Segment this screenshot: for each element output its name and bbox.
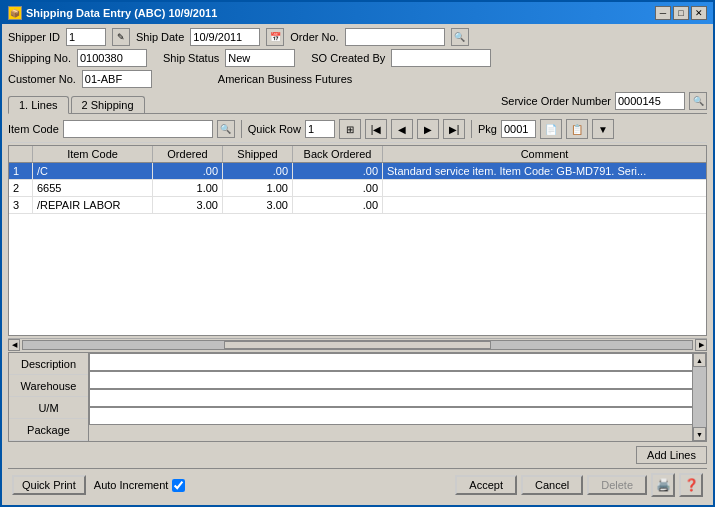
nav-prev-btn[interactable]: ◀ [391,119,413,139]
auto-increment-area: Auto Increment [94,479,186,492]
pkg-btn-3[interactable]: ▼ [592,119,614,139]
col-back-ordered: Back Ordered [293,146,383,162]
pkg-btn-1[interactable]: 📄 [540,119,562,139]
footer-right: Accept Cancel Delete 🖨️ ❓ [455,473,703,497]
cell-item-code: 6655 [33,180,153,196]
detail-um-input[interactable] [89,389,706,407]
so-created-label: SO Created By [311,52,385,64]
cell-shipped: 1.00 [223,180,293,196]
detail-values: ▲ ▼ [89,353,706,441]
detail-label-3: Package [9,419,88,441]
help-icon-btn[interactable]: ❓ [679,473,703,497]
detail-warehouse-input[interactable] [89,371,706,389]
nav-next-btn[interactable]: ▶ [417,119,439,139]
detail-label-0: Description [9,353,88,375]
footer-area: Quick Print Auto Increment Accept Cancel… [8,468,707,501]
quick-row-label: Quick Row [248,123,301,135]
ship-date-label: Ship Date [136,31,184,43]
cell-shipped: 3.00 [223,197,293,213]
scroll-left-btn[interactable]: ◀ [8,339,20,351]
table-row[interactable]: 2 6655 1.00 1.00 .00 [9,180,706,197]
cell-item-code: /REPAIR LABOR [33,197,153,213]
header-row-2: Shipping No. Ship Status SO Created By [8,49,707,67]
auto-increment-label: Auto Increment [94,479,169,491]
ship-status-label: Ship Status [163,52,219,64]
order-no-input[interactable] [345,28,445,46]
so-created-input[interactable] [391,49,491,67]
service-order-search-btn[interactable]: 🔍 [689,92,707,110]
delete-button[interactable]: Delete [587,475,647,495]
quick-row-btn[interactable]: ⊞ [339,119,361,139]
cell-comment [383,180,706,196]
separator-1 [241,120,242,138]
detail-scrollbar: ▲ ▼ [692,353,706,441]
horizontal-scrollbar: ◀ ▶ [8,338,707,350]
cancel-button[interactable]: Cancel [521,475,583,495]
ship-date-input[interactable] [190,28,260,46]
cell-num: 3 [9,197,33,213]
tab-lines[interactable]: 1. Lines [8,96,69,114]
detail-label-1: Warehouse [9,375,88,397]
order-no-search-btn[interactable]: 🔍 [451,28,469,46]
quick-print-button[interactable]: Quick Print [12,475,86,495]
auto-increment-checkbox[interactable] [172,479,185,492]
scroll-right-btn[interactable]: ▶ [695,339,707,351]
item-code-search-btn[interactable]: 🔍 [217,120,235,138]
content-area: Shipper ID ✎ Ship Date 📅 Order No. 🔍 Shi… [2,24,713,505]
item-code-input[interactable] [63,120,213,138]
calendar-icon[interactable]: 📅 [266,28,284,46]
cell-back-ordered: .00 [293,197,383,213]
print-icon-btn[interactable]: 🖨️ [651,473,675,497]
table-row[interactable]: 1 /C .00 .00 .00 Standard service item. … [9,163,706,180]
add-lines-button[interactable]: Add Lines [636,446,707,464]
cell-back-ordered: .00 [293,163,383,179]
shipper-id-edit-btn[interactable]: ✎ [112,28,130,46]
tab-area: 1. Lines 2 Shipping Service Order Number… [8,92,707,114]
data-table: Item Code Ordered Shipped Back Ordered C… [8,145,707,336]
scroll-thumb[interactable] [224,341,492,349]
nav-last-btn[interactable]: ▶| [443,119,465,139]
toolbar-area: Item Code 🔍 Quick Row ⊞ |◀ ◀ ▶ ▶| Pkg 📄 … [8,116,707,143]
company-name: American Business Futures [218,73,353,85]
title-bar-text: 📦 Shipping Data Entry (ABC) 10/9/2011 [8,6,217,20]
col-shipped: Shipped [223,146,293,162]
shipping-no-label: Shipping No. [8,52,71,64]
quick-row-input[interactable] [305,120,335,138]
customer-no-input[interactable] [82,70,152,88]
table-row[interactable]: 3 /REPAIR LABOR 3.00 3.00 .00 [9,197,706,214]
detail-description-input[interactable] [89,353,706,371]
header-row-1: Shipper ID ✎ Ship Date 📅 Order No. 🔍 [8,28,707,46]
pkg-btn-2[interactable]: 📋 [566,119,588,139]
service-order-input[interactable] [615,92,685,110]
minimize-button[interactable]: ─ [655,6,671,20]
detail-labels: Description Warehouse U/M Package [9,353,89,441]
table-body: 1 /C .00 .00 .00 Standard service item. … [9,163,706,335]
cell-ordered: .00 [153,163,223,179]
scroll-track[interactable] [22,340,693,350]
col-comment: Comment [383,146,706,162]
shipper-id-input[interactable] [66,28,106,46]
nav-first-btn[interactable]: |◀ [365,119,387,139]
ship-status-input[interactable] [225,49,295,67]
cell-num: 2 [9,180,33,196]
cell-comment: Standard service item. Item Code: GB-MD7… [383,163,706,179]
title-bar: 📦 Shipping Data Entry (ABC) 10/9/2011 ─ … [2,2,713,24]
accept-button[interactable]: Accept [455,475,517,495]
col-ordered: Ordered [153,146,223,162]
tab-shipping[interactable]: 2 Shipping [71,96,145,113]
header-row-3: Customer No. American Business Futures [8,70,707,88]
col-item-code: Item Code [33,146,153,162]
detail-scroll-down[interactable]: ▼ [693,427,706,441]
detail-scroll-up[interactable]: ▲ [693,353,706,367]
detail-package-input[interactable] [89,407,706,425]
detail-scroll-track [693,367,706,427]
shipping-no-input[interactable] [77,49,147,67]
col-num [9,146,33,162]
close-button[interactable]: ✕ [691,6,707,20]
main-window: 📦 Shipping Data Entry (ABC) 10/9/2011 ─ … [0,0,715,507]
cell-shipped: .00 [223,163,293,179]
maximize-button[interactable]: □ [673,6,689,20]
pkg-input[interactable] [501,120,536,138]
item-code-label: Item Code [8,123,59,135]
pkg-label: Pkg [478,123,497,135]
